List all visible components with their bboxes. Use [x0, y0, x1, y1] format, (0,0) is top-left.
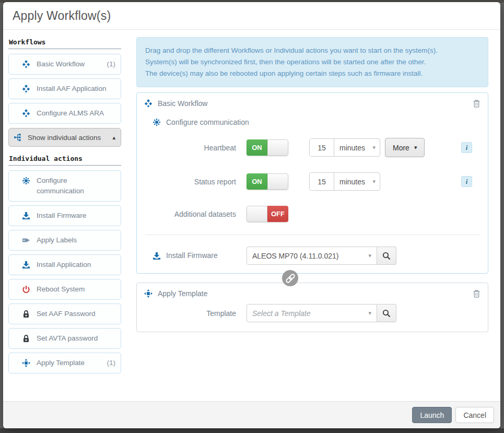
status-report-unit-value: minutes: [339, 178, 365, 186]
info-line: System(s) will be synchronized first, th…: [145, 56, 479, 68]
heartbeat-toggle[interactable]: ON: [247, 139, 288, 156]
apply-template-panel-header: Apply Template: [144, 289, 480, 298]
sidebar: Workflows Basic Workflow (1) Install AAF…: [8, 37, 121, 401]
configure-communication-section: Configure communication: [153, 118, 480, 126]
basic-workflow-panel-title: Basic Workflow: [158, 99, 207, 108]
action-item-label: Install Firmware: [37, 210, 115, 221]
launch-button[interactable]: Launch: [412, 407, 452, 423]
page-title: Apply Workflow(s): [13, 9, 111, 23]
status-report-toggle[interactable]: ON: [247, 173, 288, 190]
heartbeat-row: Heartbeat ON minutes ▾: [144, 138, 480, 157]
workflow-icon: [144, 99, 153, 108]
workflow-item-label: Install AAF Application: [37, 84, 115, 94]
chevron-down-icon: ▾: [372, 144, 376, 151]
chevron-down-icon: ▾: [368, 310, 371, 317]
action-item-apply-labels[interactable]: Apply Labels: [8, 230, 121, 251]
configure-communication-label: Configure communication: [166, 118, 249, 126]
action-item-install-application[interactable]: Install Application: [8, 254, 121, 275]
remove-basic-workflow-trash-icon[interactable]: [472, 98, 482, 109]
status-report-row: Status report ON minutes ▾: [144, 172, 480, 191]
download-icon: [22, 261, 30, 269]
apply-template-panel-title: Apply Template: [158, 289, 207, 298]
chevron-down-icon: ▾: [372, 178, 376, 185]
info-line: Drag and drop the different Workflows or…: [145, 45, 479, 56]
workflow-icon: [22, 109, 30, 118]
sitemap-icon: [14, 133, 22, 142]
action-item-set-aaf-password[interactable]: Set AAF Password: [8, 303, 121, 324]
status-report-info-icon[interactable]: i: [461, 176, 472, 187]
gear-icon: [22, 177, 30, 185]
heartbeat-unit-select[interactable]: minutes ▾: [334, 139, 380, 156]
link-icon: [282, 270, 298, 286]
gear-icon: [153, 118, 161, 126]
workflow-icon: [22, 85, 30, 93]
heartbeat-info-icon[interactable]: i: [461, 142, 472, 153]
action-item-label: Reboot System: [37, 284, 115, 295]
status-report-label: Status report: [144, 178, 236, 186]
chevron-up-icon: ▴: [112, 134, 115, 141]
section-divider: [145, 235, 479, 235]
workflow-item-label: Basic Workflow: [37, 59, 105, 69]
toggle-on-label: ON: [247, 139, 267, 156]
template-label: Template: [144, 309, 236, 318]
main-content: Drag and drop the different Workflows or…: [136, 37, 495, 401]
status-report-interval-group: minutes ▾: [309, 172, 380, 191]
lock-icon: [22, 310, 30, 318]
info-box: Drag and drop the different Workflows or…: [136, 37, 488, 87]
workflow-item-configure-alms-ara[interactable]: Configure ALMS ARA: [8, 103, 121, 124]
action-item-set-avta-password[interactable]: Set AVTA password: [8, 328, 121, 349]
status-report-unit-select[interactable]: minutes ▾: [334, 173, 380, 190]
show-individual-actions-label: Show individual actions: [28, 134, 101, 142]
workflow-item-basic-workflow[interactable]: Basic Workflow (1): [8, 54, 121, 75]
tag-icon: [22, 236, 30, 244]
toggle-off-label: OFF: [267, 206, 288, 222]
action-item-count: (1): [107, 358, 116, 368]
template-row: Template Select a Template ▾: [144, 304, 480, 322]
status-report-interval-input[interactable]: [310, 173, 334, 190]
apply-template-panel: Apply Template Template Select a Templat…: [136, 283, 488, 332]
install-firmware-row: Install Firmware ALEOS MP70 (4.11.0.021)…: [144, 247, 480, 265]
modal-footer: Launch Cancel: [3, 401, 500, 428]
toggle-knob: [267, 139, 288, 156]
remove-apply-template-trash-icon[interactable]: [472, 288, 482, 299]
firmware-select[interactable]: ALEOS MP70 (4.11.0.021) ▾: [247, 247, 377, 265]
action-item-reboot-system[interactable]: Reboot System: [8, 279, 121, 300]
power-icon: [22, 285, 30, 294]
action-item-label: Configure communication: [37, 175, 115, 196]
workflow-item-install-aaf-application[interactable]: Install AAF Application: [8, 78, 121, 99]
download-icon: [22, 212, 30, 220]
action-item-label: Set AAF Password: [37, 309, 115, 319]
chevron-down-icon: ▾: [414, 144, 417, 151]
firmware-select-value: ALEOS MP70 (4.11.0.021): [252, 252, 368, 260]
heartbeat-label: Heartbeat: [144, 144, 236, 152]
basic-workflow-panel-header: Basic Workflow: [144, 99, 480, 108]
heartbeat-interval-group: minutes ▾: [309, 138, 380, 157]
individual-actions-list: Configure communication Install Firmware…: [8, 170, 121, 373]
workflows-list: Basic Workflow (1) Install AAF Applicati…: [8, 54, 121, 124]
info-line: The device(s) may also be rebooted upon …: [145, 68, 479, 79]
action-item-label: Install Application: [37, 260, 115, 270]
action-item-apply-template[interactable]: Apply Template (1): [8, 353, 121, 373]
cancel-button[interactable]: Cancel: [455, 407, 494, 423]
template-search-button[interactable]: [377, 304, 396, 322]
install-firmware-label: Install Firmware: [166, 251, 218, 260]
workflow-item-label: Configure ALMS ARA: [37, 108, 115, 119]
action-item-configure-communication[interactable]: Configure communication: [8, 170, 121, 202]
action-item-label: Apply Template: [37, 358, 105, 368]
dimmed-app-background-bottom: [0, 428, 504, 433]
firmware-search-button[interactable]: [377, 247, 396, 265]
action-item-install-firmware[interactable]: Install Firmware: [8, 205, 121, 226]
heartbeat-unit-value: minutes: [339, 144, 365, 152]
heartbeat-more-button[interactable]: More ▾: [385, 138, 425, 157]
toggle-knob: [247, 206, 267, 222]
additional-datasets-toggle[interactable]: OFF: [247, 206, 288, 222]
workflow-item-count: (1): [107, 59, 116, 69]
template-select-placeholder: Select a Template: [252, 309, 368, 318]
toggle-on-label: ON: [247, 173, 267, 190]
heartbeat-interval-input[interactable]: [310, 139, 334, 156]
workflows-section-header: Workflows: [8, 37, 121, 49]
chevron-down-icon: ▾: [368, 252, 371, 259]
toggle-knob: [267, 173, 288, 190]
show-individual-actions-button[interactable]: Show individual actions ▴: [8, 128, 121, 147]
template-select[interactable]: Select a Template ▾: [247, 304, 377, 322]
